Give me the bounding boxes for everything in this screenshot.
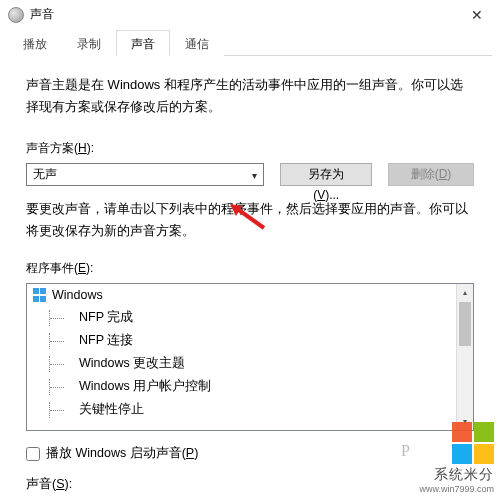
events-tree[interactable]: Windows NFP 完成 NFP 连接 Windows 更改主题 Windo… [26, 283, 474, 431]
scrollbar[interactable]: ▴ ▾ [456, 284, 473, 430]
tree-root-label: Windows [52, 288, 103, 302]
title-bar: 声音 ✕ [0, 0, 500, 30]
tab-communications[interactable]: 通信 [170, 30, 224, 56]
scheme-label: 声音方案(H): [26, 140, 474, 157]
tab-strip: 播放 录制 声音 通信 [0, 30, 500, 56]
watermark-p: P [401, 442, 410, 460]
scroll-thumb[interactable] [459, 302, 471, 346]
close-button[interactable]: ✕ [454, 0, 500, 30]
panel-description: 声音主题是在 Windows 和程序产生的活动事件中应用的一组声音。你可以选择现… [26, 74, 474, 118]
watermark-url: www.win7999.com [419, 484, 494, 494]
windows-icon [33, 288, 47, 302]
tree-item[interactable]: NFP 完成 [27, 306, 473, 329]
save-as-button[interactable]: 另存为(V)... [280, 163, 372, 186]
tab-recording[interactable]: 录制 [62, 30, 116, 56]
chevron-down-icon: ▾ [252, 169, 257, 180]
scheme-value: 无声 [33, 166, 57, 183]
microsoft-logo-icon [452, 422, 494, 464]
change-sound-hint: 要更改声音，请单击以下列表中的程序事件，然后选择要应用的声音。你可以将更改保存为… [26, 198, 474, 242]
tab-playback[interactable]: 播放 [8, 30, 62, 56]
window-title: 声音 [30, 6, 54, 23]
tree-item[interactable]: Windows 用户帐户控制 [27, 375, 473, 398]
app-icon [8, 7, 24, 23]
play-startup-label: 播放 Windows 启动声音(P) [46, 445, 198, 462]
tree-item[interactable]: Windows 更改主题 [27, 352, 473, 375]
tree-root[interactable]: Windows [27, 284, 473, 306]
tab-sounds[interactable]: 声音 [116, 30, 170, 56]
events-label: 程序事件(E): [26, 260, 474, 277]
tree-item[interactable]: NFP 连接 [27, 329, 473, 352]
scheme-combo[interactable]: 无声 ▾ [26, 163, 264, 186]
play-startup-checkbox[interactable] [26, 447, 40, 461]
delete-button: 删除(D) [388, 163, 474, 186]
watermark: 系统米分 www.win7999.com [419, 422, 494, 494]
tree-item[interactable]: 关键性停止 [27, 398, 473, 421]
watermark-brand: 系统米分 [419, 466, 494, 484]
sounds-label: 声音(S): [26, 476, 474, 493]
scroll-up-icon[interactable]: ▴ [457, 284, 473, 301]
